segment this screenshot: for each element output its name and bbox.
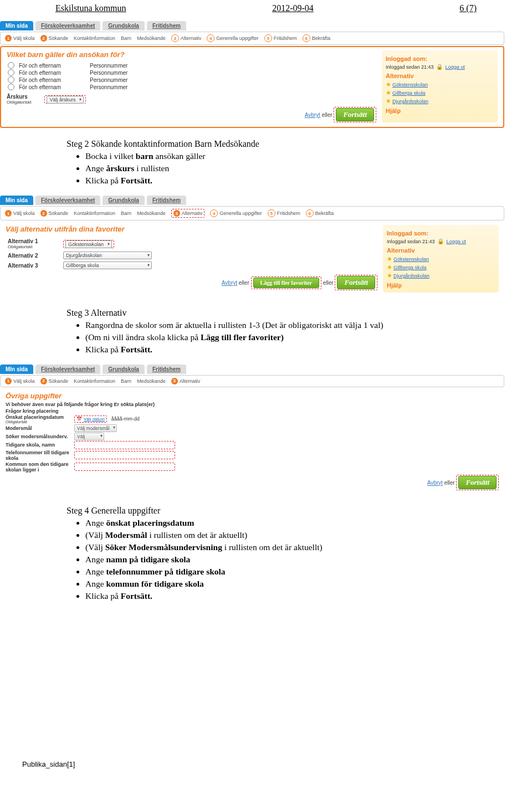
- radio-icon[interactable]: [8, 76, 14, 83]
- star-icon: ★: [386, 98, 391, 104]
- tab-fritidshem[interactable]: Fritidshem: [147, 196, 186, 205]
- hdr-date: 2012-09-04: [272, 3, 314, 13]
- lock-icon: 🔒: [437, 238, 444, 244]
- step4-bullet: Ange telefonnummer på tidigare skola: [85, 567, 493, 577]
- tab-fritidshem[interactable]: Fritidshem: [147, 365, 186, 374]
- step3-bullet: Klicka på Fortsätt.: [85, 345, 493, 355]
- side-school-link[interactable]: Djurgårdsskolan: [392, 99, 428, 104]
- tel-tidigare-input[interactable]: [74, 451, 175, 459]
- avbryt-link[interactable]: Avbryt: [427, 480, 443, 486]
- step2-bullet: Bocka i vilket barn ansökan gäller: [85, 151, 493, 161]
- lock-icon: 🔒: [436, 64, 443, 70]
- step2-title: Steg 2 Sökande kontaktinformation Barn M…: [66, 139, 493, 149]
- tab-forskola[interactable]: Förskoleverksamhet: [35, 196, 100, 205]
- step2-bullet: Klicka på Fortsätt.: [85, 176, 493, 186]
- valj-datum-link[interactable]: Välj datum: [84, 417, 105, 422]
- side-hjalp-head: Hjälp: [386, 107, 494, 115]
- lagg-till-button[interactable]: Lägg till fler favoriter: [253, 278, 319, 288]
- wizard-steps: 1Välj skola 2Sökande Kontaktinformation …: [0, 375, 504, 387]
- side-school-link[interactable]: Gillberga skola: [393, 265, 427, 270]
- kommun-tidigare-input[interactable]: [74, 463, 175, 471]
- wizard-steps: 1Välj skola 2Sökande Kontaktinformation …: [0, 32, 504, 45]
- arskurs-select[interactable]: Välj årskurs: [47, 96, 84, 104]
- step4-bullet: Ange kommun för tidigare skola: [85, 579, 493, 589]
- tab-minsida[interactable]: Min sida: [0, 365, 33, 374]
- tab-minsida[interactable]: Min sida: [0, 21, 33, 30]
- tab-grundskola[interactable]: Grundskola: [103, 21, 145, 30]
- tidigare-namn-input[interactable]: [74, 441, 175, 449]
- fortsatt-button[interactable]: Fortsätt: [458, 476, 497, 489]
- child-radio-row[interactable]: För och efternamPersonnummer: [8, 76, 191, 83]
- radio-icon[interactable]: [8, 69, 14, 76]
- footer-text: Publika_sidan[1]: [22, 760, 75, 768]
- fortsatt-button[interactable]: Fortsätt: [337, 276, 375, 289]
- star-icon: ★: [387, 264, 392, 270]
- step4-bullet: (Välj Modersmål i rullisten om det är ak…: [85, 530, 493, 540]
- logga-ut-link[interactable]: Logga ut: [446, 64, 465, 70]
- step4-bullet: (Välj Söker Modersmålsundervisning i rul…: [85, 542, 493, 552]
- screenshot-1: Min sida Förskoleverksamhet Grundskola F…: [0, 21, 504, 128]
- tab-forskola[interactable]: Förskoleverksamhet: [35, 21, 100, 30]
- child-radio-row[interactable]: För och efternamPersonnummer: [8, 84, 191, 90]
- shot3-title: Övriga uppgifter: [6, 392, 499, 400]
- side-inloggad-head: Inloggad som:: [386, 55, 494, 63]
- star-icon: ★: [387, 255, 392, 262]
- form-panel-1: Vilket barn gäller din ansökan för? För …: [0, 46, 504, 128]
- step3-bullet: Rangordna de skolor som är aktuella i ru…: [85, 320, 493, 330]
- step3-title: Steg 3 Alternativ: [66, 308, 493, 318]
- fortsatt-button[interactable]: Fortsätt: [336, 108, 374, 121]
- wizard-steps: 1Välj skola 2Sökande Kontaktinformation …: [0, 206, 504, 220]
- step4-bullet: Klicka på Fortsätt.: [85, 591, 493, 601]
- tab-minsida[interactable]: Min sida: [0, 196, 33, 205]
- hdr-org: Eskilstuna kommun: [55, 3, 126, 13]
- avbryt-link[interactable]: Avbryt: [305, 112, 320, 118]
- radio-icon[interactable]: [8, 62, 14, 69]
- tab-grundskola[interactable]: Grundskola: [103, 196, 145, 205]
- side-alt-head: Alternativ: [386, 72, 494, 80]
- step3-bullet: (Om ni vill ändra skola klicka på Lägg t…: [85, 332, 493, 342]
- sidebar-panel: Inloggad som: Inloggad sedan 21:43 🔒 Log…: [382, 50, 498, 122]
- sidebar-panel: Inloggad som: Inloggad sedan 21:43 🔒 Log…: [383, 225, 499, 293]
- step4-bullet: Ange namn på tidigare skola: [85, 555, 493, 565]
- tab-fritidshem[interactable]: Fritidshem: [147, 21, 186, 30]
- step4-bullet: Ange önskat placeringsdatum: [85, 518, 493, 528]
- tab-forskola[interactable]: Förskoleverksamhet: [35, 365, 100, 374]
- tab-grundskola[interactable]: Grundskola: [103, 365, 145, 374]
- side-school-link[interactable]: Gökstensskolan: [392, 82, 428, 88]
- step2-bullet: Ange årskurs i rullisten: [85, 163, 493, 173]
- star-icon: ★: [386, 81, 391, 88]
- alt1-select[interactable]: Gökstensskolan: [65, 240, 112, 248]
- modersmal-select[interactable]: Välj modersmål: [74, 424, 117, 432]
- alt2-select[interactable]: Djurgårdsskolan: [63, 252, 152, 259]
- obl-label: Obligatoriskt: [7, 100, 31, 105]
- star-icon: ★: [387, 272, 392, 279]
- hdr-page: 6 (7): [459, 3, 477, 13]
- eller-text: eller: [322, 112, 332, 118]
- screenshot-3: Min sida Förskoleverksamhet Grundskola F…: [0, 365, 504, 495]
- side-school-link[interactable]: Gökstensskolan: [393, 256, 429, 262]
- logga-ut-link[interactable]: Logga ut: [447, 239, 466, 244]
- step4-title: Steg 4 Generella uppgifter: [66, 506, 493, 516]
- shot3-subtitle: Vi behöver även svar på följande frågor …: [6, 402, 499, 407]
- form-title: Vilket barn gäller din ansökan för?: [7, 50, 376, 59]
- side-school-link[interactable]: Gillberga skola: [392, 90, 426, 96]
- screenshot-2: Min sida Förskoleverksamhet Grundskola F…: [0, 196, 504, 297]
- avbryt-link[interactable]: Avbryt: [222, 280, 237, 286]
- star-icon: ★: [386, 89, 391, 96]
- alt3-select[interactable]: Gillberga skola: [63, 261, 152, 269]
- arskurs-label: Årskurs: [7, 94, 31, 100]
- side-school-link[interactable]: Djurgårdsskolan: [393, 273, 429, 279]
- shot2-title: Välj alternativ utifrån dina favoriter: [6, 225, 377, 233]
- child-radio-row[interactable]: För och efternamPersonnummer: [8, 62, 191, 69]
- soker-select[interactable]: Välj: [74, 433, 104, 440]
- child-radio-row[interactable]: För och efternamPersonnummer: [8, 69, 191, 76]
- radio-icon[interactable]: [8, 84, 14, 90]
